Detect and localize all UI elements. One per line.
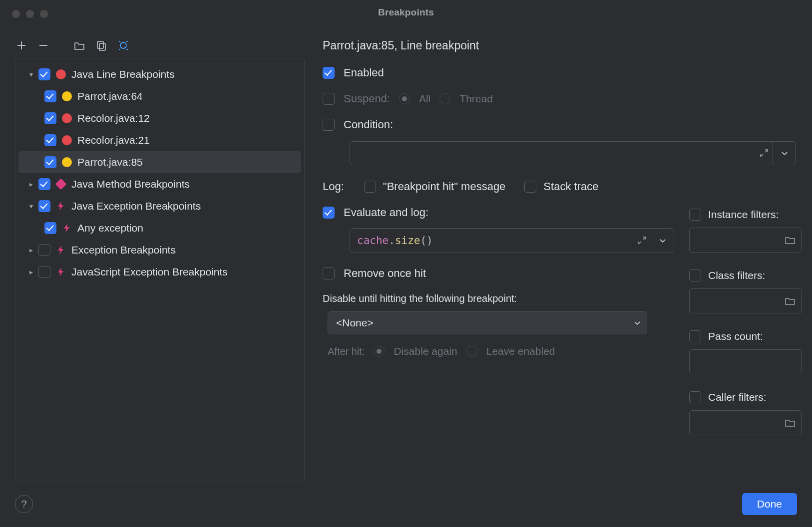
suspend-thread-label: Thread (459, 93, 493, 105)
tree-item[interactable]: Any exception (18, 217, 301, 239)
tree-group-label: Java Method Breakpoints (71, 178, 190, 190)
evaluate-expression-input[interactable]: cache.size() (350, 228, 674, 253)
tree-item-selected[interactable]: Parrot.java:85 (18, 151, 301, 173)
item-checkbox[interactable] (44, 112, 56, 124)
method-breakpoint-icon (55, 179, 66, 190)
condition-checkbox[interactable] (323, 119, 335, 131)
caller-filters-label: Caller filters: (708, 391, 767, 403)
disable-until-select[interactable]: <None> (328, 311, 647, 334)
after-hit-disable-radio[interactable] (374, 346, 385, 357)
group-checkbox[interactable] (38, 244, 50, 256)
condition-label: Condition: (344, 118, 393, 131)
pass-count-input[interactable] (689, 349, 802, 374)
group-by-package-button[interactable] (73, 39, 86, 52)
after-hit-leave-radio[interactable] (466, 346, 477, 357)
tree-item-label: Recolor.java:12 (77, 112, 150, 124)
tree-toolbar (15, 39, 130, 52)
tree-group-java-exception[interactable]: ▾ Java Exception Breakpoints (18, 195, 301, 217)
after-hit-disable-label: Disable again (394, 345, 457, 357)
plus-icon (16, 40, 26, 50)
folder-icon (74, 40, 85, 50)
done-button[interactable]: Done (742, 493, 797, 515)
tree-item-label: Parrot.java:85 (77, 156, 143, 168)
tree-item[interactable]: Parrot.java:64 (18, 85, 301, 107)
tree-item-label: Any exception (77, 222, 143, 234)
exception-breakpoint-icon (55, 266, 66, 277)
line-breakpoint-icon (61, 113, 72, 124)
caller-filters-checkbox[interactable] (689, 391, 701, 403)
tree-item[interactable]: Recolor.java:12 (18, 107, 301, 129)
enabled-checkbox[interactable] (323, 67, 335, 79)
filters-column: Instance filters: Class filters: Pass co… (689, 209, 802, 452)
caller-filters-input[interactable] (689, 410, 802, 435)
question-mark-icon: ? (21, 499, 26, 510)
browse-button[interactable] (785, 296, 796, 305)
add-breakpoint-button[interactable] (15, 39, 28, 52)
code-token-method: size (395, 235, 420, 247)
tree-item-label: Recolor.java:21 (77, 134, 150, 146)
chevron-down-icon[interactable]: ▾ (26, 202, 35, 210)
class-filters-checkbox[interactable] (689, 269, 701, 281)
history-dropdown-button[interactable] (773, 142, 796, 165)
group-checkbox[interactable] (38, 266, 50, 278)
instance-filters-checkbox[interactable] (689, 209, 701, 221)
stack-trace-label: Stack trace (543, 180, 598, 193)
group-checkbox[interactable] (38, 200, 50, 212)
enabled-row: Enabled (323, 66, 802, 79)
line-breakpoint-icon (61, 135, 72, 146)
pass-count: Pass count: (689, 330, 802, 374)
group-by-type-button[interactable] (117, 39, 130, 52)
tree-group-label: Java Exception Breakpoints (71, 200, 201, 212)
pass-count-checkbox[interactable] (689, 330, 701, 342)
help-button[interactable]: ? (15, 495, 33, 513)
history-dropdown-button[interactable] (651, 229, 674, 253)
tree-group-java-line[interactable]: ▾ Java Line Breakpoints (18, 63, 301, 85)
browse-button[interactable] (785, 418, 796, 427)
class-filters-input[interactable] (689, 288, 802, 313)
stack-trace-checkbox[interactable] (524, 181, 536, 193)
browse-button[interactable] (785, 236, 796, 245)
suspend-thread-radio[interactable] (439, 93, 450, 104)
suspend-checkbox[interactable] (323, 93, 335, 105)
muted-breakpoint-icon (61, 157, 72, 168)
suspend-all-radio[interactable] (399, 93, 410, 104)
remove-breakpoint-button[interactable] (37, 39, 50, 52)
tree-group-label: Exception Breakpoints (71, 244, 176, 256)
copy-icon (96, 40, 107, 51)
code-token-dot: . (389, 235, 395, 247)
group-checkbox[interactable] (38, 68, 50, 80)
tree-group-exception[interactable]: ▸ Exception Breakpoints (18, 239, 301, 261)
exception-breakpoint-icon (55, 201, 66, 212)
item-checkbox[interactable] (44, 90, 56, 102)
tree-item[interactable]: Recolor.java:21 (18, 129, 301, 151)
condition-input[interactable] (350, 141, 796, 165)
expand-icon[interactable] (760, 149, 769, 158)
evaluate-checkbox[interactable] (323, 207, 335, 219)
tree-group-java-method[interactable]: ▸ Java Method Breakpoints (18, 173, 301, 195)
group-by-file-button[interactable] (95, 39, 108, 52)
instance-filters-input[interactable] (689, 228, 802, 253)
svg-rect-3 (97, 41, 103, 48)
chevron-down-icon (634, 319, 641, 326)
instance-filters: Instance filters: (689, 209, 802, 253)
item-checkbox[interactable] (44, 134, 56, 146)
tree-item-label: Parrot.java:64 (77, 90, 143, 102)
chevron-right-icon[interactable]: ▸ (26, 246, 35, 254)
expand-icon[interactable] (638, 236, 647, 245)
tree-group-js-exception[interactable]: ▸ JavaScript Exception Breakpoints (18, 261, 301, 283)
condition-row: Condition: (323, 118, 802, 131)
item-checkbox[interactable] (44, 156, 56, 168)
tree-group-label: Java Line Breakpoints (71, 68, 175, 80)
chevron-right-icon[interactable]: ▸ (26, 180, 35, 188)
chevron-down-icon[interactable]: ▾ (26, 70, 35, 78)
item-checkbox[interactable] (44, 222, 56, 234)
breakpoint-tree[interactable]: ▾ Java Line Breakpoints Parrot.java:64 R… (15, 58, 305, 482)
remove-once-checkbox[interactable] (323, 267, 335, 279)
class-filters: Class filters: (689, 269, 802, 313)
group-checkbox[interactable] (38, 178, 50, 190)
after-hit-leave-label: Leave enabled (486, 345, 555, 357)
chevron-right-icon[interactable]: ▸ (26, 268, 35, 276)
log-message-checkbox[interactable] (364, 181, 376, 193)
disable-until-value: <None> (336, 317, 374, 329)
chevron-down-icon (659, 237, 666, 244)
